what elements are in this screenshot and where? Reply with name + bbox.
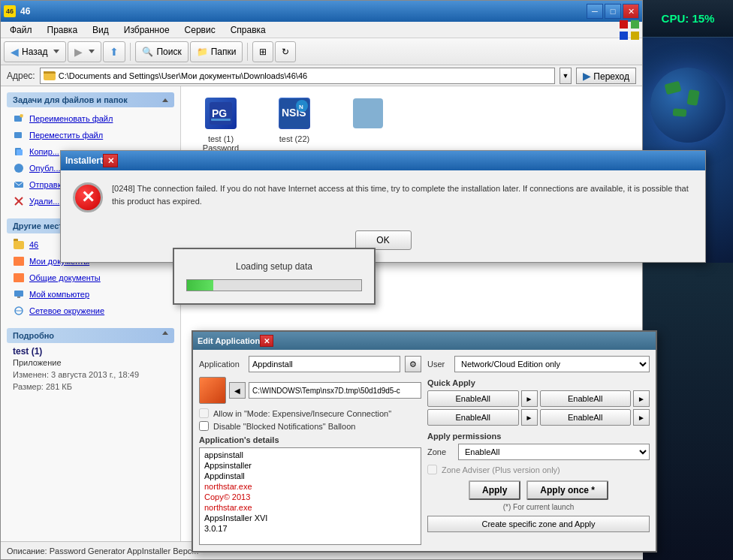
user-select[interactable]: Network/Cloud Edition only	[454, 356, 650, 372]
create-zone-button[interactable]: Create specific zone and Apply	[427, 516, 650, 532]
allow-checkbox-row: Allow in "Mode: Expensive/Insecure Conne…	[199, 408, 421, 418]
other-network[interactable]: Сетевое окружение	[7, 303, 174, 319]
task-rename[interactable]: Переименовать файл	[7, 110, 174, 127]
user-label: User	[427, 360, 450, 369]
back-button[interactable]: ◀ Назад	[4, 41, 66, 62]
application-label: Application	[199, 360, 244, 369]
edit-close-icon: ✕	[264, 337, 270, 345]
disable-label: Disable "Blocked Notifications" Balloon	[213, 422, 355, 431]
svg-rect-1	[20, 114, 23, 118]
minimize-button[interactable]: ─	[587, 4, 603, 19]
apply-buttons: Apply Apply once *	[427, 480, 650, 500]
view-button[interactable]: ⊞	[252, 41, 273, 62]
disable-checkbox[interactable]	[199, 421, 209, 431]
qa-enableall-4[interactable]: EnableAll	[540, 409, 632, 426]
go-button[interactable]: ▶ Переход	[576, 68, 636, 84]
error-title-bar: Installert ✕	[61, 151, 705, 170]
permissions-section: Apply permissions Zone EnableAll Zone Ad…	[427, 432, 650, 532]
folders-button[interactable]: 📁 Папки	[190, 41, 243, 62]
app-details-area: Application's details appsinstall Appsin…	[199, 435, 421, 545]
address-dropdown[interactable]: ▼	[560, 68, 572, 84]
refresh-button[interactable]: ↻	[275, 41, 296, 62]
progress-bar	[186, 279, 362, 291]
separator-1	[130, 43, 131, 61]
details-header[interactable]: Подробно	[7, 328, 174, 343]
file-name-test22: test (22)	[279, 134, 309, 143]
detail-item-6: AppsInstaller XVI	[201, 513, 419, 523]
allow-checkbox[interactable]	[199, 408, 209, 418]
folders-label: Папки	[211, 47, 237, 57]
svg-rect-20	[353, 98, 383, 128]
file-icon-test22: NSIS N	[276, 95, 312, 131]
menu-service[interactable]: Сервис	[179, 23, 222, 37]
view-icon: ⊞	[259, 47, 267, 57]
app-path-area: ◀	[199, 377, 421, 404]
qa-arrow-4[interactable]: ►	[633, 409, 650, 426]
continent-3	[673, 108, 687, 117]
details-subtitle: Приложение	[7, 358, 174, 367]
qa-arrow-2[interactable]: ►	[633, 390, 650, 407]
qa-enableall-2[interactable]: EnableAll	[540, 390, 632, 407]
application-input[interactable]	[249, 356, 400, 372]
cpu-label: CPU:	[662, 12, 689, 25]
go-label: Переход	[593, 71, 629, 82]
qa-enableall-3[interactable]: EnableAll	[427, 409, 519, 426]
copy-icon	[13, 146, 25, 158]
task-rename-label: Переименовать файл	[29, 114, 113, 123]
menu-help[interactable]: Справка	[225, 23, 272, 37]
loading-dialog: Loading setup data	[173, 248, 376, 305]
detail-item-2: Appdinstall	[201, 471, 419, 481]
edit-close-button[interactable]: ✕	[260, 335, 273, 347]
apply-button[interactable]: Apply	[469, 480, 520, 500]
tasks-header[interactable]: Задачи для файлов и папок	[7, 92, 174, 107]
up-button[interactable]: ⬆	[103, 41, 125, 62]
qa-arrow-3[interactable]: ►	[521, 409, 538, 426]
refresh-icon: ↻	[282, 47, 289, 57]
permissions-label: Apply permissions	[427, 432, 650, 441]
forward-dropdown-icon	[89, 50, 95, 53]
dropdown-icon: ▼	[563, 72, 569, 80]
error-close-icon: ✕	[107, 156, 114, 166]
close-button[interactable]: ✕	[623, 4, 639, 19]
apply-once-button[interactable]: Apply once *	[526, 480, 608, 500]
task-move[interactable]: Переместить файл	[7, 127, 174, 143]
detail-item-5: northstar.exe	[201, 502, 419, 513]
file-icon-partial	[350, 95, 386, 131]
qa-enableall-1[interactable]: EnableAll	[427, 390, 519, 407]
svg-rect-10	[17, 297, 20, 298]
address-input[interactable]: C:\Documents and Settings\User\Мои докум…	[40, 68, 555, 84]
app-nav-left[interactable]: ◀	[229, 382, 246, 399]
continent-2	[686, 89, 699, 106]
app-details-label: Application's details	[199, 435, 421, 444]
application-browse-button[interactable]: ⚙	[405, 356, 421, 372]
svg-point-5	[14, 164, 23, 173]
edit-title-text: Edit Application	[198, 336, 260, 345]
menu-edit[interactable]: Правка	[41, 23, 84, 37]
forward-button[interactable]: ▶	[68, 41, 101, 62]
error-dialog: Installert ✕ ✕ [0248] The connection fai…	[60, 150, 706, 263]
window-controls: ─ □ ✕	[587, 4, 639, 19]
menu-file[interactable]: Файл	[4, 23, 38, 37]
menu-view[interactable]: Вид	[86, 23, 115, 37]
other-46-label: 46	[29, 240, 38, 249]
zone-adviser-checkbox[interactable]	[427, 465, 437, 474]
nsis-installer-icon: NSIS N	[279, 98, 310, 129]
menu-favorites[interactable]: Избранное	[118, 23, 176, 37]
loading-title: Loading setup data	[186, 261, 362, 272]
other-shared-docs[interactable]: Общие документы	[7, 269, 174, 286]
maximize-button[interactable]: □	[605, 4, 621, 19]
browse-icon: ⚙	[409, 360, 417, 369]
qa-arrow-1[interactable]: ►	[521, 390, 538, 407]
password-generator-icon: PG	[205, 98, 237, 129]
search-button[interactable]: 🔍 Поиск	[135, 41, 188, 62]
zone-adviser-label: Zone Adviser (Plus version only)	[442, 465, 560, 474]
window-title: 46	[20, 6, 587, 17]
zone-select[interactable]: EnableAll	[458, 444, 650, 460]
error-close-button[interactable]: ✕	[103, 154, 118, 167]
detail-item-1: Appsinstaller	[201, 460, 419, 471]
up-arrow-icon: ⬆	[110, 46, 119, 58]
app-details-list[interactable]: appsinstall Appsinstaller Appdinstall no…	[199, 447, 421, 545]
svg-text:N: N	[299, 104, 303, 110]
app-path-input[interactable]	[249, 382, 421, 399]
other-my-computer[interactable]: Мой компьютер	[7, 286, 174, 303]
